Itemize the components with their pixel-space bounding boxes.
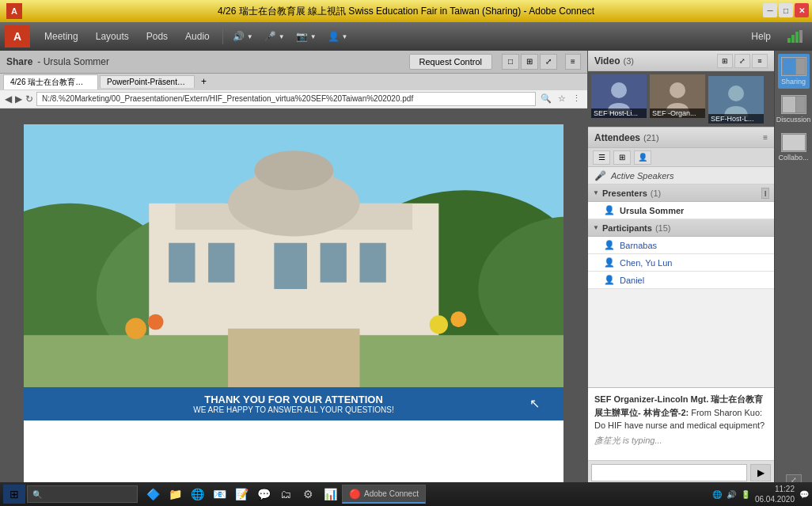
titlebar: A 4/26 瑞士在台教育展 線上視訊 Swiss Education Fair… bbox=[0, 0, 812, 22]
attendee-row[interactable]: 👤 Chen, Yu Lun bbox=[588, 254, 774, 272]
taskbar-icon-8[interactable]: ⚙ bbox=[298, 485, 318, 504]
browser-nav: ◀ ▶ ↻ 🔍 ☆ ⋮ bbox=[0, 90, 587, 108]
active-speakers-bar: 🎤 Active Speakers bbox=[588, 167, 774, 185]
slide-content: THANK YOU FOR YOUR ATTENTION WE ARE HAPP… bbox=[24, 124, 564, 490]
help-button[interactable]: Help bbox=[743, 28, 779, 45]
share-user: - Ursula Sommer bbox=[37, 56, 109, 67]
browser-tab-2[interactable]: PowerPoint-Präsentation × bbox=[100, 75, 195, 88]
chat-send-button[interactable]: ▶ bbox=[750, 464, 771, 481]
taskbar-app-adobe[interactable]: 🔴 Adobe Connect bbox=[342, 485, 426, 504]
battery-icon: 🔋 bbox=[741, 490, 750, 499]
share-toolbar: Share - Ursula Sommer Request Control □ … bbox=[0, 51, 587, 74]
taskbar-icon-2[interactable]: 📁 bbox=[165, 485, 185, 504]
taskbar-icon-6[interactable]: 💬 bbox=[253, 485, 274, 504]
add-tab-button[interactable]: + bbox=[196, 74, 211, 89]
attendees-section: Attendees (21) ≡ ☰ ⊞ 👤 🎤 Active Speakers… bbox=[588, 127, 774, 506]
presenters-side-btn[interactable]: | bbox=[761, 188, 769, 199]
menu-layouts[interactable]: Layouts bbox=[88, 28, 137, 45]
taskbar-icon-9[interactable]: 📊 bbox=[320, 485, 340, 504]
person-control[interactable]: 👤 ▼ bbox=[323, 29, 353, 44]
taskbar-icons: 🔷 📁 🌐 📧 📝 💬 🗂 ⚙ 📊 bbox=[142, 485, 340, 504]
video-menu-btn[interactable]: ≡ bbox=[752, 54, 768, 68]
chat-input-area: ▶ bbox=[588, 460, 774, 484]
menu-pods[interactable]: Pods bbox=[138, 28, 176, 45]
chat-message-1: SEF Organizer-Lincoln Mgt. 瑞士在台教育展主辦單位- … bbox=[594, 393, 768, 432]
taskbar-search[interactable]: 🔍 bbox=[27, 485, 138, 503]
video-thumb-2[interactable]: SEF -Organ... bbox=[650, 74, 705, 118]
video-thumb-3[interactable]: SEF-Host-L... bbox=[708, 76, 764, 124]
layout-discussion-button[interactable]: Discussion bbox=[778, 92, 810, 127]
view-single-button[interactable]: □ bbox=[502, 54, 519, 70]
minimize-button[interactable]: ─ bbox=[763, 3, 777, 17]
share-menu-button[interactable]: ≡ bbox=[565, 54, 581, 70]
menu-audio[interactable]: Audio bbox=[177, 28, 218, 45]
forward-button[interactable]: ▶ bbox=[15, 93, 22, 105]
attendee-row[interactable]: 👤 Ursula Sommer bbox=[588, 202, 774, 219]
svg-rect-15 bbox=[208, 242, 234, 282]
view-fullscreen-button[interactable]: ⤢ bbox=[540, 54, 557, 70]
menu-meeting[interactable]: Meeting bbox=[36, 28, 86, 45]
request-control-button[interactable]: Request Control bbox=[409, 54, 493, 70]
active-speakers-label: Active Speakers bbox=[611, 171, 674, 181]
attendees-grid-view[interactable]: ⊞ bbox=[613, 150, 631, 165]
close-button[interactable]: ✕ bbox=[795, 3, 809, 17]
taskbar-icon-4[interactable]: 📧 bbox=[209, 485, 230, 504]
video-grid-btn[interactable]: ⊞ bbox=[717, 54, 733, 68]
video-section: Video (3) ⊞ ⤢ ≡ SEF Host bbox=[588, 51, 774, 127]
date-display: 06.04.2020 bbox=[755, 494, 795, 504]
browser-tab-1[interactable]: 4/26 瑞士在台教育展 線上視… × bbox=[3, 74, 98, 89]
svg-point-21 bbox=[125, 318, 146, 339]
layout-collabo-button[interactable]: Collabo... bbox=[778, 130, 810, 165]
view-double-button[interactable]: ⊞ bbox=[521, 54, 538, 70]
signal-icon bbox=[787, 30, 803, 43]
slide-image bbox=[24, 124, 564, 388]
taskbar-icon-3[interactable]: 🌐 bbox=[187, 485, 207, 504]
tab-2-label: PowerPoint-Präsentation bbox=[107, 78, 195, 86]
video-expand-btn[interactable]: ⤢ bbox=[734, 54, 750, 68]
address-bar[interactable] bbox=[36, 92, 536, 106]
svg-rect-14 bbox=[169, 242, 195, 282]
participants-count: (15) bbox=[655, 223, 671, 233]
star-icon: ☆ bbox=[558, 93, 566, 104]
svg-rect-1 bbox=[791, 35, 795, 43]
microphone-control[interactable]: 🎤 ▼ bbox=[260, 29, 290, 44]
layout-sharing-button[interactable]: Sharing bbox=[778, 54, 810, 89]
svg-rect-0 bbox=[787, 38, 791, 43]
attendees-list-view[interactable]: ☰ bbox=[593, 150, 610, 165]
taskbar-time: 11:22 06.04.2020 bbox=[755, 484, 795, 504]
svg-rect-17 bbox=[320, 242, 346, 282]
svg-point-23 bbox=[429, 315, 447, 333]
taskbar-icon-5[interactable]: 📝 bbox=[231, 485, 252, 504]
refresh-button[interactable]: ↻ bbox=[25, 93, 33, 105]
app-label: Adobe Connect bbox=[364, 489, 419, 498]
attendee-row[interactable]: 👤 Daniel bbox=[588, 272, 774, 289]
notification-icon: 💬 bbox=[799, 490, 809, 499]
svg-point-13 bbox=[254, 150, 333, 190]
attendees-header: Attendees (21) ≡ bbox=[588, 127, 774, 148]
start-button[interactable]: ⊞ bbox=[3, 485, 25, 504]
participant-name-2: Chen, Yu Lun bbox=[620, 258, 672, 268]
svg-rect-20 bbox=[228, 329, 359, 388]
send-icon: ▶ bbox=[757, 467, 765, 478]
svg-point-22 bbox=[147, 314, 163, 329]
camera-control[interactable]: 📷 ▼ bbox=[291, 29, 321, 44]
share-panel: Share - Ursula Sommer Request Control □ … bbox=[0, 51, 588, 506]
chat-input[interactable] bbox=[591, 464, 747, 481]
attendees-options[interactable]: 👤 bbox=[634, 150, 651, 165]
share-label: Share bbox=[6, 56, 32, 67]
back-button[interactable]: ◀ bbox=[5, 93, 12, 105]
participant-icon: 👤 bbox=[604, 257, 615, 268]
attendees-menu-btn[interactable]: ≡ bbox=[763, 133, 768, 142]
slide-subtitle: WE ARE HAPPY TO ANSWER ALL YOUR QUESTION… bbox=[27, 405, 561, 414]
camera-icon: 📷 bbox=[296, 31, 308, 42]
svg-point-26 bbox=[670, 82, 685, 98]
attendee-row[interactable]: 👤 Barnabas bbox=[588, 237, 774, 254]
maximize-button[interactable]: □ bbox=[779, 3, 793, 17]
taskbar-icon-1[interactable]: 🔷 bbox=[142, 485, 163, 504]
thumb-1-label: SEF Host-Li... bbox=[591, 108, 647, 118]
volume-control[interactable]: 🔊 ▼ bbox=[228, 29, 258, 44]
participants-group-header[interactable]: ▼ Participants (15) bbox=[588, 219, 774, 237]
presenters-group-header[interactable]: ▼ Presenters (1) | bbox=[588, 185, 774, 202]
video-thumb-1[interactable]: SEF Host-Li... bbox=[591, 74, 647, 118]
taskbar-icon-7[interactable]: 🗂 bbox=[275, 485, 296, 504]
